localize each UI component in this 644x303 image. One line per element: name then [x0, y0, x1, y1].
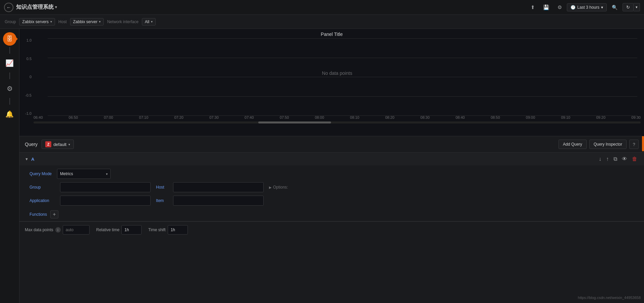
x-label-0920: 09:20 — [596, 115, 606, 119]
main-layout: 🗄 📈 ⚙ 🔔 Panel Title 1.0 0.5 0 — [0, 29, 644, 303]
max-data-points-input[interactable] — [63, 225, 90, 235]
grid-inner: No data points — [34, 38, 641, 115]
options-triangle-icon: ▶ — [269, 186, 272, 189]
x-label-0640: 06:40 — [34, 115, 43, 119]
gear-icon: ⚙ — [7, 85, 13, 93]
network-interface-value: All — [145, 19, 149, 24]
toggle-visibility-button[interactable]: 👁 — [621, 155, 629, 163]
x-label-0910: 09:10 — [561, 115, 571, 119]
group-filter-caret-icon: ▾ — [50, 20, 52, 23]
y-label-2: 0.5 — [26, 57, 32, 61]
sidebar-item-alerts[interactable]: 🔔 — [2, 106, 18, 122]
trash-icon: 🗑 — [632, 156, 637, 162]
max-data-points-info-icon[interactable]: i — [55, 227, 61, 233]
back-button[interactable]: ← — [4, 3, 13, 12]
functions-label: Functions — [30, 212, 47, 217]
time-range-button[interactable]: 🕐 Last 3 hours ▾ — [567, 3, 607, 11]
host-filter-dropdown[interactable]: Zabbix server ▾ — [70, 18, 104, 26]
host-filter-caret-icon: ▾ — [99, 20, 101, 23]
host-filter-label: Host — [58, 19, 67, 24]
max-data-points-label: Max data points — [25, 228, 53, 232]
time-shift-input[interactable] — [168, 225, 188, 235]
help-button[interactable]: ? — [629, 140, 639, 149]
time-shift-label: Time shift — [148, 228, 166, 232]
x-label-0650: 06:50 — [69, 115, 78, 119]
application-item-row: Application Item — [30, 196, 637, 206]
sidebar-item-settings[interactable]: ⚙ — [2, 81, 18, 97]
row-actions: ↓ ↑ ⧉ 👁 🗑 — [597, 155, 639, 163]
x-label-0840: 08:40 — [455, 115, 465, 119]
collapse-button[interactable]: ▼ — [25, 157, 29, 161]
datasource-select[interactable]: Z default ▾ — [42, 140, 74, 149]
x-label-0700: 07:00 — [104, 115, 113, 119]
query-inspector-button[interactable]: Query Inspector — [589, 140, 627, 149]
refresh-dropdown-button[interactable]: ▾ — [634, 3, 640, 11]
bell-icon: 🔔 — [5, 110, 14, 118]
query-section: Query Z default ▾ Add Query Query Inspec… — [19, 136, 644, 303]
options-label: Options: — [273, 185, 288, 190]
query-label: Query — [25, 142, 38, 147]
bottom-options: Max data points i Relative time Time shi… — [19, 221, 644, 238]
query-form-container: Query Mode Metrics ▾ Group Host ▶ — [19, 165, 644, 206]
duplicate-button[interactable]: ⧉ — [612, 155, 619, 163]
refresh-group: ↻ ▾ — [623, 3, 640, 11]
network-interface-dropdown[interactable]: All ▾ — [142, 18, 156, 26]
time-range-caret: ▾ — [601, 5, 603, 10]
sidebar-connector-3 — [9, 98, 10, 105]
delete-row-button[interactable]: 🗑 — [631, 155, 639, 163]
save-button[interactable]: 💾 — [540, 3, 552, 12]
content-area: Panel Title 1.0 0.5 0 -0.5 -1.0 — [19, 29, 644, 303]
chart-area: 1.0 0.5 0 -0.5 -1.0 No data points — [19, 38, 644, 125]
time-shift-group: Time shift — [148, 225, 188, 235]
group-input[interactable] — [60, 182, 151, 192]
y-label-5: -1.0 — [25, 111, 32, 115]
application-form-label: Application — [30, 198, 55, 203]
x-label-0730: 07:30 — [209, 115, 219, 119]
title-caret-icon[interactable]: ▾ — [55, 5, 57, 9]
max-data-points-group: Max data points i — [25, 225, 90, 235]
eye-icon: 👁 — [622, 156, 627, 162]
query-mode-select[interactable]: Metrics ▾ — [57, 169, 111, 179]
query-mode-row: Query Mode Metrics ▾ — [30, 169, 637, 179]
group-filter-value: Zabbix servers — [22, 19, 49, 24]
add-query-button[interactable]: Add Query — [558, 140, 586, 149]
functions-row: Functions + — [19, 209, 644, 221]
sidebar-item-chart[interactable]: 📈 — [2, 55, 18, 71]
database-icon: 🗄 — [7, 36, 13, 43]
chart-grid: No data points — [34, 38, 641, 115]
add-function-button[interactable]: + — [50, 210, 58, 218]
move-up-button[interactable]: ↑ — [605, 155, 610, 163]
grid-line-2 — [48, 58, 637, 58]
move-down-button[interactable]: ↓ — [597, 155, 603, 163]
zabbix-icon: Z — [45, 141, 51, 147]
share-button[interactable]: ⬆ — [528, 3, 538, 12]
options-toggle[interactable]: ▶ Options: — [269, 185, 288, 190]
query-mode-value: Metrics — [60, 171, 73, 176]
query-mode-label: Query Mode — [30, 171, 52, 176]
refresh-button[interactable]: ↻ — [623, 3, 634, 11]
watermark: https://blog.csdn.net/weixin_44953658 — [578, 296, 641, 300]
sidebar-connector-1 — [9, 47, 10, 54]
sidebar-item-database[interactable]: 🗄 — [3, 32, 16, 46]
search-button[interactable]: 🔍 — [609, 3, 621, 12]
group-filter-label: Group — [5, 19, 16, 24]
x-label-0850: 08:50 — [491, 115, 500, 119]
group-filter-dropdown[interactable]: Zabbix servers ▾ — [19, 18, 55, 26]
chart-scrollbar[interactable] — [34, 121, 641, 123]
host-input[interactable] — [173, 182, 264, 192]
datasource-name: default — [53, 142, 66, 147]
no-data-message: No data points — [322, 70, 352, 76]
relative-time-input[interactable] — [121, 225, 142, 235]
query-row-header: ▼ A ↓ ↑ ⧉ 👁 🗑 — [19, 153, 644, 165]
query-id-label: A — [31, 157, 34, 162]
chart-icon: 📈 — [5, 59, 14, 67]
y-axis: 1.0 0.5 0 -0.5 -1.0 — [19, 38, 34, 115]
clock-icon: 🕐 — [571, 5, 576, 10]
settings-button[interactable]: ⚙ — [554, 3, 565, 12]
item-input[interactable] — [173, 196, 264, 206]
scrollbar-track — [34, 121, 641, 123]
group-form-label: Group — [30, 185, 55, 190]
query-row-a: ▼ A ↓ ↑ ⧉ 👁 🗑 — [19, 153, 644, 221]
application-input[interactable] — [60, 196, 151, 206]
grid-line-4 — [48, 96, 637, 97]
